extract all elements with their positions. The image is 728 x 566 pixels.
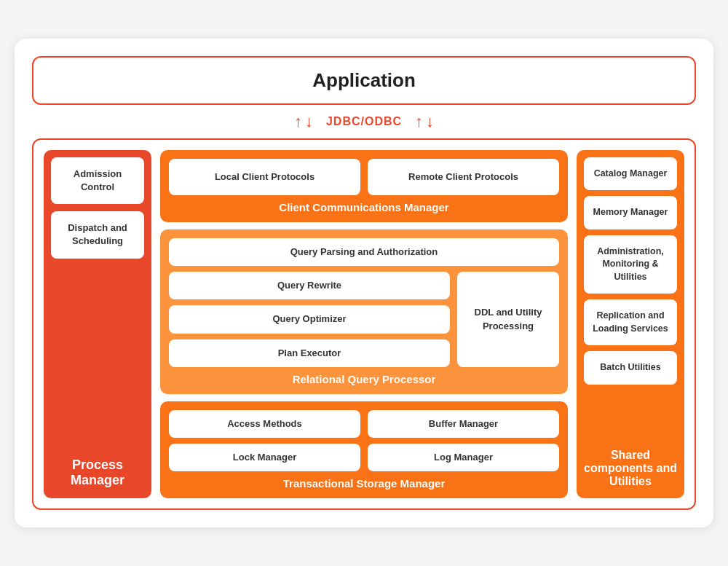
rqp-left-stack: Query Rewrite Query Optimizer Plan Execu… [169, 272, 450, 367]
tsm-section: Access Methods Buffer Manager Lock Manag… [160, 401, 568, 498]
rqp-bottom-row: Query Rewrite Query Optimizer Plan Execu… [169, 272, 559, 367]
remote-client-label: Remote Client Protocols [408, 171, 518, 182]
up-arrow-left: ↑ [294, 112, 302, 131]
diagram-wrapper: Application ↑ ↓ JDBC/ODBC ↑ ↓ Admission … [15, 39, 713, 527]
ccm-protocols-row: Local Client Protocols Remote Client Pro… [169, 159, 559, 195]
replication-box: Replication and Loading Services [584, 299, 677, 345]
memory-manager-box: Memory Manager [584, 196, 677, 229]
query-parsing-label: Query Parsing and Authorization [290, 246, 438, 257]
ddl-label: DDL and Utility Processing [467, 306, 549, 332]
up-arrow-right: ↑ [415, 112, 423, 131]
arrow-group-left: ↑ ↓ [294, 112, 313, 131]
plan-executor-label: Plan Executor [278, 347, 341, 358]
dispatch-scheduling-label: Dispatch and Scheduling [68, 222, 127, 246]
left-top-boxes: Admission Control Dispatch and Schedulin… [51, 157, 144, 444]
admission-control-label: Admission Control [74, 168, 122, 192]
access-methods-label: Access Methods [227, 418, 302, 429]
middle-column: Local Client Protocols Remote Client Pro… [160, 150, 568, 498]
query-optimizer-box: Query Optimizer [169, 305, 450, 333]
batch-utilities-label: Batch Utilities [600, 362, 660, 372]
application-box: Application [32, 56, 696, 105]
application-title: Application [312, 69, 416, 91]
tsm-row-2: Lock Manager Log Manager [169, 444, 559, 471]
shared-components-label: Shared components and Utilities [584, 443, 677, 491]
lock-manager-label: Lock Manager [233, 452, 296, 463]
ddl-box: DDL and Utility Processing [457, 272, 559, 367]
buffer-manager-label: Buffer Manager [429, 418, 498, 429]
arrow-group-right: ↑ ↓ [415, 112, 434, 131]
log-manager-box: Log Manager [368, 444, 559, 471]
rqp-title: Relational Query Processor [169, 373, 559, 385]
ccm-section: Local Client Protocols Remote Client Pro… [160, 150, 568, 222]
dispatch-scheduling-box: Dispatch and Scheduling [51, 211, 144, 258]
admin-monitoring-label: Administration, Monitoring & Utilities [597, 246, 664, 282]
local-client-box: Local Client Protocols [169, 159, 360, 195]
lock-manager-box: Lock Manager [169, 444, 360, 471]
batch-utilities-box: Batch Utilities [584, 351, 677, 385]
process-manager-label: Process Manager [51, 452, 144, 491]
right-column: Catalog Manager Memory Manager Administr… [577, 150, 684, 498]
admission-control-box: Admission Control [51, 157, 144, 204]
rqp-section: Query Parsing and Authorization Query Re… [160, 229, 568, 394]
query-rewrite-box: Query Rewrite [169, 272, 450, 299]
rqp-grid: Query Parsing and Authorization Query Re… [169, 238, 559, 367]
catalog-manager-label: Catalog Manager [594, 168, 668, 178]
access-methods-box: Access Methods [169, 410, 360, 438]
jdbc-label: JDBC/ODBC [326, 115, 402, 128]
buffer-manager-box: Buffer Manager [368, 410, 559, 438]
left-column: Admission Control Dispatch and Schedulin… [44, 150, 151, 498]
tsm-grid: Access Methods Buffer Manager Lock Manag… [169, 410, 559, 471]
jdbc-row: ↑ ↓ JDBC/ODBC ↑ ↓ [32, 112, 696, 131]
ddl-inner: DDL and Utility Processing [457, 272, 559, 367]
memory-manager-label: Memory Manager [593, 207, 668, 217]
ccm-title: Client Communications Manager [169, 201, 559, 213]
query-optimizer-label: Query Optimizer [272, 313, 346, 324]
remote-client-box: Remote Client Protocols [368, 159, 559, 195]
admin-monitoring-box: Administration, Monitoring & Utilities [584, 235, 677, 294]
catalog-manager-box: Catalog Manager [584, 157, 677, 191]
log-manager-label: Log Manager [434, 452, 493, 463]
query-rewrite-label: Query Rewrite [277, 280, 341, 291]
plan-executor-box: Plan Executor [169, 339, 450, 367]
main-container: Admission Control Dispatch and Schedulin… [32, 138, 696, 510]
tsm-title: Transactional Storage Manager [169, 477, 559, 490]
replication-label: Replication and Loading Services [593, 310, 668, 334]
down-arrow-left: ↓ [305, 112, 313, 131]
local-client-label: Local Client Protocols [215, 171, 314, 182]
down-arrow-right: ↓ [426, 112, 434, 131]
query-parsing-box: Query Parsing and Authorization [169, 238, 559, 266]
tsm-row-1: Access Methods Buffer Manager [169, 410, 559, 438]
